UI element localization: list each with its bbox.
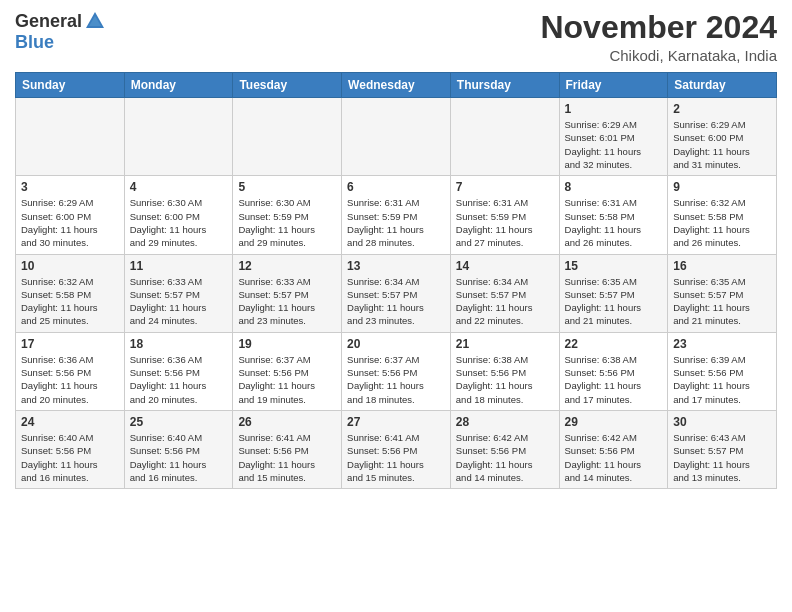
calendar-day-2: 2Sunrise: 6:29 AM Sunset: 6:00 PM Daylig… [668,98,777,176]
day-info: Sunrise: 6:42 AM Sunset: 5:56 PM Dayligh… [565,431,663,484]
calendar-header-row: SundayMondayTuesdayWednesdayThursdayFrid… [16,73,777,98]
calendar-day-5: 5Sunrise: 6:30 AM Sunset: 5:59 PM Daylig… [233,176,342,254]
calendar-day-10: 10Sunrise: 6:32 AM Sunset: 5:58 PM Dayli… [16,254,125,332]
day-number: 24 [21,415,119,429]
day-number: 8 [565,180,663,194]
title-area: November 2024 Chikodi, Karnataka, India [540,10,777,64]
month-title: November 2024 [540,10,777,45]
day-info: Sunrise: 6:31 AM Sunset: 5:59 PM Dayligh… [456,196,554,249]
calendar: SundayMondayTuesdayWednesdayThursdayFrid… [15,72,777,489]
day-info: Sunrise: 6:41 AM Sunset: 5:56 PM Dayligh… [238,431,336,484]
day-info: Sunrise: 6:31 AM Sunset: 5:58 PM Dayligh… [565,196,663,249]
day-info: Sunrise: 6:39 AM Sunset: 5:56 PM Dayligh… [673,353,771,406]
calendar-day-8: 8Sunrise: 6:31 AM Sunset: 5:58 PM Daylig… [559,176,668,254]
day-number: 6 [347,180,445,194]
calendar-week-4: 17Sunrise: 6:36 AM Sunset: 5:56 PM Dayli… [16,332,777,410]
day-info: Sunrise: 6:35 AM Sunset: 5:57 PM Dayligh… [565,275,663,328]
calendar-day-3: 3Sunrise: 6:29 AM Sunset: 6:00 PM Daylig… [16,176,125,254]
calendar-day-19: 19Sunrise: 6:37 AM Sunset: 5:56 PM Dayli… [233,332,342,410]
day-number: 17 [21,337,119,351]
day-info: Sunrise: 6:36 AM Sunset: 5:56 PM Dayligh… [130,353,228,406]
day-number: 2 [673,102,771,116]
calendar-day-20: 20Sunrise: 6:37 AM Sunset: 5:56 PM Dayli… [342,332,451,410]
day-number: 19 [238,337,336,351]
header: General Blue November 2024 Chikodi, Karn… [15,10,777,64]
day-number: 18 [130,337,228,351]
calendar-day-12: 12Sunrise: 6:33 AM Sunset: 5:57 PM Dayli… [233,254,342,332]
calendar-day-29: 29Sunrise: 6:42 AM Sunset: 5:56 PM Dayli… [559,410,668,488]
calendar-day-23: 23Sunrise: 6:39 AM Sunset: 5:56 PM Dayli… [668,332,777,410]
calendar-day-17: 17Sunrise: 6:36 AM Sunset: 5:56 PM Dayli… [16,332,125,410]
day-info: Sunrise: 6:40 AM Sunset: 5:56 PM Dayligh… [130,431,228,484]
weekday-header-tuesday: Tuesday [233,73,342,98]
day-info: Sunrise: 6:33 AM Sunset: 5:57 PM Dayligh… [238,275,336,328]
calendar-day-18: 18Sunrise: 6:36 AM Sunset: 5:56 PM Dayli… [124,332,233,410]
calendar-day-26: 26Sunrise: 6:41 AM Sunset: 5:56 PM Dayli… [233,410,342,488]
logo: General Blue [15,10,106,53]
day-number: 10 [21,259,119,273]
day-number: 5 [238,180,336,194]
calendar-day-27: 27Sunrise: 6:41 AM Sunset: 5:56 PM Dayli… [342,410,451,488]
weekday-header-friday: Friday [559,73,668,98]
calendar-day-15: 15Sunrise: 6:35 AM Sunset: 5:57 PM Dayli… [559,254,668,332]
day-info: Sunrise: 6:37 AM Sunset: 5:56 PM Dayligh… [238,353,336,406]
logo-icon [84,10,106,32]
empty-cell [233,98,342,176]
day-info: Sunrise: 6:32 AM Sunset: 5:58 PM Dayligh… [21,275,119,328]
calendar-day-13: 13Sunrise: 6:34 AM Sunset: 5:57 PM Dayli… [342,254,451,332]
day-number: 9 [673,180,771,194]
day-info: Sunrise: 6:41 AM Sunset: 5:56 PM Dayligh… [347,431,445,484]
day-info: Sunrise: 6:35 AM Sunset: 5:57 PM Dayligh… [673,275,771,328]
day-info: Sunrise: 6:38 AM Sunset: 5:56 PM Dayligh… [565,353,663,406]
calendar-day-4: 4Sunrise: 6:30 AM Sunset: 6:00 PM Daylig… [124,176,233,254]
day-number: 3 [21,180,119,194]
day-number: 28 [456,415,554,429]
day-number: 25 [130,415,228,429]
day-info: Sunrise: 6:29 AM Sunset: 6:01 PM Dayligh… [565,118,663,171]
calendar-week-3: 10Sunrise: 6:32 AM Sunset: 5:58 PM Dayli… [16,254,777,332]
empty-cell [450,98,559,176]
day-number: 21 [456,337,554,351]
calendar-day-24: 24Sunrise: 6:40 AM Sunset: 5:56 PM Dayli… [16,410,125,488]
calendar-day-11: 11Sunrise: 6:33 AM Sunset: 5:57 PM Dayli… [124,254,233,332]
day-number: 26 [238,415,336,429]
weekday-header-saturday: Saturday [668,73,777,98]
calendar-day-14: 14Sunrise: 6:34 AM Sunset: 5:57 PM Dayli… [450,254,559,332]
day-info: Sunrise: 6:29 AM Sunset: 6:00 PM Dayligh… [673,118,771,171]
empty-cell [342,98,451,176]
day-number: 20 [347,337,445,351]
page: General Blue November 2024 Chikodi, Karn… [0,0,792,612]
calendar-day-28: 28Sunrise: 6:42 AM Sunset: 5:56 PM Dayli… [450,410,559,488]
day-info: Sunrise: 6:30 AM Sunset: 5:59 PM Dayligh… [238,196,336,249]
day-info: Sunrise: 6:34 AM Sunset: 5:57 PM Dayligh… [456,275,554,328]
day-info: Sunrise: 6:34 AM Sunset: 5:57 PM Dayligh… [347,275,445,328]
weekday-header-thursday: Thursday [450,73,559,98]
day-number: 15 [565,259,663,273]
day-info: Sunrise: 6:29 AM Sunset: 6:00 PM Dayligh… [21,196,119,249]
calendar-week-5: 24Sunrise: 6:40 AM Sunset: 5:56 PM Dayli… [16,410,777,488]
day-number: 12 [238,259,336,273]
day-number: 22 [565,337,663,351]
calendar-week-1: 1Sunrise: 6:29 AM Sunset: 6:01 PM Daylig… [16,98,777,176]
weekday-header-monday: Monday [124,73,233,98]
day-info: Sunrise: 6:36 AM Sunset: 5:56 PM Dayligh… [21,353,119,406]
calendar-day-7: 7Sunrise: 6:31 AM Sunset: 5:59 PM Daylig… [450,176,559,254]
day-info: Sunrise: 6:38 AM Sunset: 5:56 PM Dayligh… [456,353,554,406]
day-number: 16 [673,259,771,273]
location-subtitle: Chikodi, Karnataka, India [540,47,777,64]
calendar-day-22: 22Sunrise: 6:38 AM Sunset: 5:56 PM Dayli… [559,332,668,410]
day-info: Sunrise: 6:30 AM Sunset: 6:00 PM Dayligh… [130,196,228,249]
day-number: 27 [347,415,445,429]
day-info: Sunrise: 6:40 AM Sunset: 5:56 PM Dayligh… [21,431,119,484]
day-number: 23 [673,337,771,351]
day-info: Sunrise: 6:43 AM Sunset: 5:57 PM Dayligh… [673,431,771,484]
day-number: 1 [565,102,663,116]
day-number: 7 [456,180,554,194]
weekday-header-sunday: Sunday [16,73,125,98]
day-info: Sunrise: 6:33 AM Sunset: 5:57 PM Dayligh… [130,275,228,328]
day-number: 13 [347,259,445,273]
weekday-header-wednesday: Wednesday [342,73,451,98]
empty-cell [16,98,125,176]
calendar-day-9: 9Sunrise: 6:32 AM Sunset: 5:58 PM Daylig… [668,176,777,254]
day-info: Sunrise: 6:42 AM Sunset: 5:56 PM Dayligh… [456,431,554,484]
